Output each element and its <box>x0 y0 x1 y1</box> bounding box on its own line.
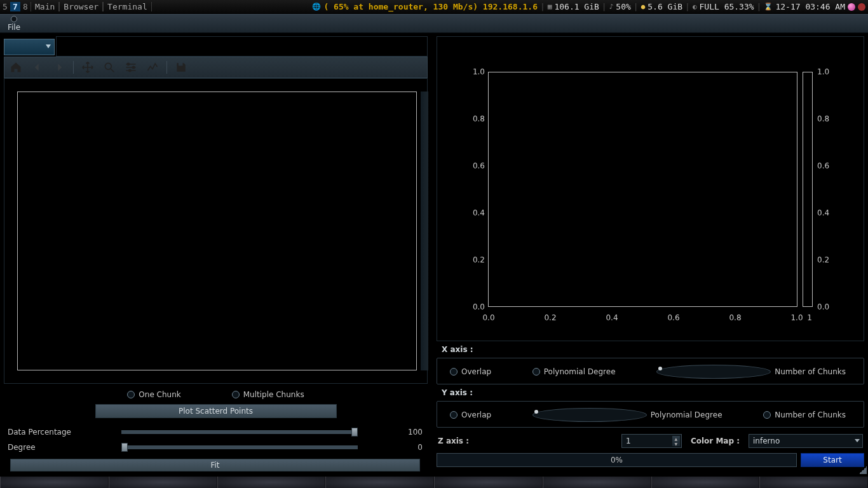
disk-status: 5.6 GiB <box>648 2 682 11</box>
chevron-down-icon <box>855 439 860 442</box>
system-bar: 5 7 8 Main Browser Terminal 🌐 ( 65% at h… <box>0 0 868 14</box>
tab-main[interactable]: Main <box>31 2 59 11</box>
start-button[interactable]: Start <box>801 453 864 467</box>
y-axis-group: Overlap Polynomial Degree Number of Chun… <box>437 401 864 428</box>
fit-button-label: Fit <box>210 461 219 470</box>
svg-point-1 <box>127 63 129 65</box>
x-radio-polynomial[interactable]: Polynomial Degree <box>532 365 616 379</box>
plot-scattered-button[interactable]: Plot Scatterd Points <box>95 404 337 418</box>
x-axis-label: X axis : <box>442 345 864 354</box>
left-plot-frame <box>17 92 417 370</box>
radio-multiple-chunks[interactable]: Multiple Chunks <box>232 390 304 399</box>
degree-label: Degree <box>8 443 119 452</box>
xtick-3: 0.6 <box>661 313 686 322</box>
y-axis-label: Y axis : <box>442 388 864 397</box>
left-controls: One Chunk Multiple Chunks Plot Scatterd … <box>4 384 428 473</box>
music-icon: ♪ <box>609 3 614 11</box>
xtick-2: 0.4 <box>599 313 625 322</box>
home-icon[interactable] <box>8 60 24 75</box>
degree-slider[interactable] <box>121 445 358 449</box>
xtick-0: 0.0 <box>476 313 501 322</box>
sliders-icon[interactable] <box>123 60 139 75</box>
lineplot-icon[interactable] <box>145 60 160 75</box>
ytick-3: 0.6 <box>459 161 485 170</box>
fit-button[interactable]: Fit <box>10 459 420 471</box>
separator <box>73 61 74 74</box>
spin-up-icon[interactable]: ▲ <box>672 436 680 441</box>
data-percentage-slider[interactable] <box>121 430 358 434</box>
xtick-1: 0.2 <box>538 313 563 322</box>
cbtick-1: 0.2 <box>817 255 843 264</box>
colormap-select[interactable]: inferno <box>749 434 863 448</box>
cpu-icon: ◐ <box>693 3 697 11</box>
separator <box>166 61 167 74</box>
globe-icon: 🌐 <box>312 3 321 11</box>
file-icon <box>11 16 17 22</box>
music-volume: 50% <box>616 2 630 11</box>
ytick-5: 1.0 <box>459 67 485 76</box>
ytick-1: 0.2 <box>459 255 485 264</box>
move-icon[interactable] <box>80 60 95 75</box>
ytick-4: 0.8 <box>459 114 485 123</box>
spin-down-icon[interactable]: ▼ <box>672 441 680 446</box>
ytick-2: 0.4 <box>459 208 485 217</box>
tab-terminal[interactable]: Terminal <box>103 2 152 11</box>
save-icon[interactable] <box>173 60 189 75</box>
start-button-label: Start <box>823 456 841 464</box>
colormap-label: Color Map : <box>691 437 740 445</box>
plot-scattered-label: Plot Scatterd Points <box>179 407 253 416</box>
back-icon[interactable] <box>30 60 45 75</box>
tab-browser[interactable]: Browser <box>59 2 103 11</box>
y-radio-polynomial-label: Polynomial Degree <box>651 410 722 419</box>
tray-icon-2[interactable] <box>858 3 865 11</box>
svg-point-0 <box>105 63 111 69</box>
x-radio-chunks[interactable]: Number of Chunks <box>656 365 846 379</box>
dataset-combo[interactable] <box>4 39 55 55</box>
x-radio-chunks-label: Number of Chunks <box>775 367 846 376</box>
degree-value: 0 <box>360 443 424 452</box>
y-radio-overlap[interactable]: Overlap <box>450 408 491 422</box>
z-axis-label: Z axis : <box>438 437 469 445</box>
cbtick-0: 0.0 <box>817 302 843 311</box>
cbtick-4: 0.8 <box>817 114 843 123</box>
data-percentage-value: 100 <box>360 428 424 437</box>
cbtick-2: 0.4 <box>817 208 843 217</box>
file-menu[interactable]: File <box>8 16 20 32</box>
zoom-icon[interactable] <box>102 60 117 75</box>
progress-value: 0% <box>611 456 623 464</box>
left-scrollbar[interactable] <box>421 92 428 370</box>
tray-icon-1[interactable] <box>848 3 855 11</box>
y-radio-polynomial[interactable]: Polynomial Degree <box>532 408 722 422</box>
radio-one-chunk[interactable]: One Chunk <box>127 390 180 399</box>
left-plot-area <box>4 78 428 384</box>
y-radio-chunks-label: Number of Chunks <box>775 410 846 419</box>
z-axis-spinbox[interactable]: 1 ▲▼ <box>621 434 682 448</box>
x-radio-polynomial-label: Polynomial Degree <box>544 367 616 376</box>
radio-multiple-chunks-label: Multiple Chunks <box>243 390 304 399</box>
workspace-8[interactable]: 8 <box>20 2 31 11</box>
plot-nav-toolbar <box>4 57 428 78</box>
y-radio-overlap-label: Overlap <box>461 410 491 419</box>
plot-title-bar <box>56 36 428 57</box>
cb-xtick: 1 <box>797 313 822 322</box>
network-status: ( 65% at home_router, 130 Mb/s) 192.168.… <box>323 2 538 11</box>
colormap-value: inferno <box>753 437 780 445</box>
cpu-status: FULL 65.33% <box>700 2 754 11</box>
forward-icon[interactable] <box>51 60 67 75</box>
x-radio-overlap[interactable]: Overlap <box>450 365 491 379</box>
data-percentage-label: Data Percentage <box>8 428 119 437</box>
z-axis-value: 1 <box>626 437 631 445</box>
disk-icon: ● <box>641 3 646 11</box>
cbtick-3: 0.6 <box>817 161 843 170</box>
workspace-7[interactable]: 7 <box>10 2 20 11</box>
desktop-bottom-strip <box>0 477 868 488</box>
progress-bar: 0% <box>437 453 797 467</box>
workspace-5[interactable]: 5 <box>0 2 10 11</box>
radio-one-chunk-label: One Chunk <box>139 390 180 399</box>
clock: 12-17 03:46 AM <box>775 2 845 11</box>
right-panel: 0.0 0.2 0.4 0.6 0.8 1.0 0.0 0.2 0.4 0.6 … <box>437 36 864 473</box>
x-radio-overlap-label: Overlap <box>461 367 491 376</box>
resize-grip-icon[interactable] <box>859 466 867 474</box>
y-radio-chunks[interactable]: Number of Chunks <box>763 408 846 422</box>
app-menubar: File <box>0 14 868 33</box>
